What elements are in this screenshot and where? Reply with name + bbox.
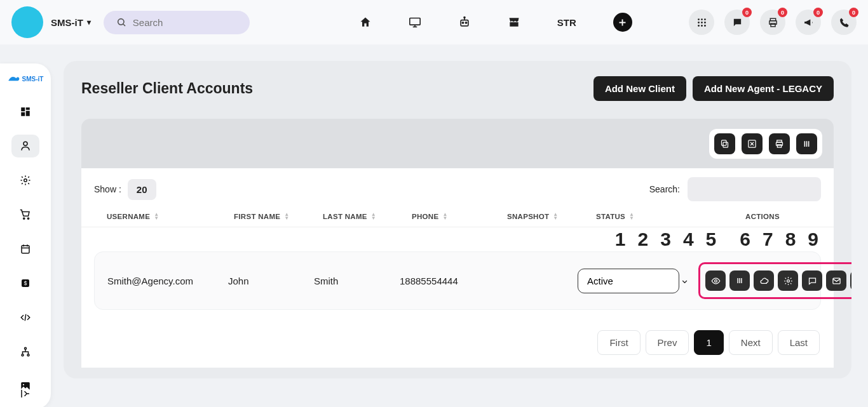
copy-icon[interactable] <box>714 133 735 154</box>
svg-rect-25 <box>26 107 30 110</box>
avatar[interactable] <box>11 6 43 38</box>
svg-point-40 <box>22 354 24 356</box>
svg-rect-26 <box>26 111 30 116</box>
svg-point-28 <box>24 142 27 145</box>
action-columns-icon[interactable] <box>729 270 750 291</box>
str-button[interactable]: STR <box>557 17 576 28</box>
svg-rect-24 <box>21 107 25 111</box>
cell-status: Active <box>578 269 698 293</box>
action-mail-icon[interactable] <box>826 270 846 291</box>
action-edit-icon[interactable] <box>850 270 851 291</box>
search-label: Search: <box>649 184 680 194</box>
page-next-button[interactable]: Next <box>729 330 773 355</box>
top-right-actions: 0 0 0 0 <box>689 10 857 35</box>
svg-point-17 <box>704 22 706 23</box>
sidebar-billing-icon[interactable]: $ <box>11 272 39 295</box>
monitor-icon[interactable] <box>409 17 421 28</box>
th-lastname[interactable]: LAST NAME▲▼ <box>323 213 412 220</box>
toolbar-group <box>709 129 822 159</box>
svg-point-41 <box>27 354 29 356</box>
th-username[interactable]: USERNAME▲▼ <box>107 213 234 220</box>
global-search-input[interactable] <box>133 17 237 28</box>
svg-rect-47 <box>722 140 727 145</box>
svg-point-30 <box>24 218 25 219</box>
chat-icon[interactable]: 0 <box>724 10 750 35</box>
th-actions: ACTIONS <box>717 213 808 220</box>
svg-point-14 <box>704 18 706 20</box>
print-badge: 0 <box>778 8 787 17</box>
page-last-button[interactable]: Last <box>778 330 820 355</box>
sidebar-collapse[interactable] <box>0 381 51 406</box>
page-header: Reseller Client Accounts Add New Client … <box>81 76 834 101</box>
sidebar-settings-icon[interactable] <box>11 169 39 192</box>
table-body: 1 2 3 4 5 6 7 8 9 Smith@Agency.com John … <box>81 227 834 323</box>
add-button[interactable] <box>613 13 632 32</box>
svg-point-6 <box>462 22 463 23</box>
show-label: Show : <box>94 184 121 194</box>
sidebar: SMS-iT $ <box>0 63 51 407</box>
phone-icon[interactable]: 0 <box>831 10 857 35</box>
th-firstname[interactable]: FIRST NAME▲▼ <box>234 213 323 220</box>
svg-point-12 <box>698 18 700 20</box>
svg-point-18 <box>698 25 700 27</box>
action-cloud-icon[interactable] <box>754 270 774 291</box>
sidebar-calendar-icon[interactable] <box>11 237 39 260</box>
top-nav-center: STR <box>359 13 632 32</box>
page-first-button[interactable]: First <box>597 330 640 355</box>
svg-text:$: $ <box>24 281 27 286</box>
home-icon[interactable] <box>359 16 372 29</box>
svg-point-13 <box>701 18 703 20</box>
th-status[interactable]: STATUS▲▼ <box>596 213 717 220</box>
global-search[interactable] <box>104 11 250 34</box>
sort-icon: ▲▼ <box>442 213 447 220</box>
svg-point-59 <box>787 279 789 282</box>
status-select[interactable]: Active <box>578 269 679 293</box>
table-search-input[interactable] <box>688 177 821 201</box>
sidebar-cart-icon[interactable] <box>11 203 39 226</box>
add-new-client-button[interactable]: Add New Client <box>593 76 686 101</box>
excel-export-icon[interactable] <box>742 133 763 154</box>
apps-grid-icon[interactable] <box>689 10 714 35</box>
chat-badge: 0 <box>742 8 752 17</box>
table-row: Smith@Agency.com John Smith 18885554444 … <box>94 251 821 310</box>
phone-badge: 0 <box>849 8 858 17</box>
show-entries-select[interactable]: 20 <box>128 179 156 200</box>
store-icon[interactable] <box>508 16 520 29</box>
robot-icon[interactable] <box>458 16 471 29</box>
sidebar-hierarchy-icon[interactable] <box>11 340 39 363</box>
table-search: Search: <box>649 177 821 201</box>
svg-point-15 <box>698 22 700 23</box>
sort-icon: ▲▼ <box>154 213 159 220</box>
page-current-button[interactable]: 1 <box>694 330 723 355</box>
search-icon <box>116 17 126 27</box>
th-snapshot[interactable]: SNAPSHOT▲▼ <box>507 213 596 220</box>
sort-icon: ▲▼ <box>553 213 558 220</box>
action-view-icon[interactable] <box>705 270 726 291</box>
columns-icon[interactable] <box>796 133 817 154</box>
sidebar-code-icon[interactable] <box>11 306 39 329</box>
bullhorn-badge: 0 <box>813 8 823 17</box>
action-settings-icon[interactable] <box>778 270 798 291</box>
pagination: First Prev 1 Next Last <box>81 323 834 368</box>
cell-phone: 18885554444 <box>400 276 495 286</box>
sidebar-logo: SMS-iT <box>8 71 44 89</box>
cell-username: Smith@Agency.com <box>107 276 228 286</box>
brand-selector[interactable]: SMS-iT ▾ <box>51 17 91 28</box>
page-prev-button[interactable]: Prev <box>646 330 689 355</box>
cell-actions <box>698 262 851 299</box>
th-phone[interactable]: PHONE▲▼ <box>412 213 507 220</box>
print-icon[interactable]: 0 <box>760 10 785 35</box>
svg-point-39 <box>25 347 27 349</box>
table-header-row: USERNAME▲▼ FIRST NAME▲▼ LAST NAME▲▼ PHON… <box>81 208 834 227</box>
add-new-agent-button[interactable]: Add New Agent - LEGACY <box>693 76 834 101</box>
page-header-actions: Add New Client Add New Agent - LEGACY <box>593 76 834 101</box>
sidebar-dashboard-icon[interactable] <box>11 100 39 123</box>
sidebar-clients-icon[interactable] <box>11 135 39 157</box>
print-table-icon[interactable] <box>769 133 790 154</box>
svg-point-7 <box>465 22 466 23</box>
bullhorn-icon[interactable]: 0 <box>796 10 821 35</box>
sort-icon: ▲▼ <box>629 213 634 220</box>
action-chat-icon[interactable] <box>802 270 822 291</box>
annotation-numbers: 1 2 3 4 5 6 7 8 9 <box>615 229 820 250</box>
svg-line-38 <box>25 314 26 321</box>
